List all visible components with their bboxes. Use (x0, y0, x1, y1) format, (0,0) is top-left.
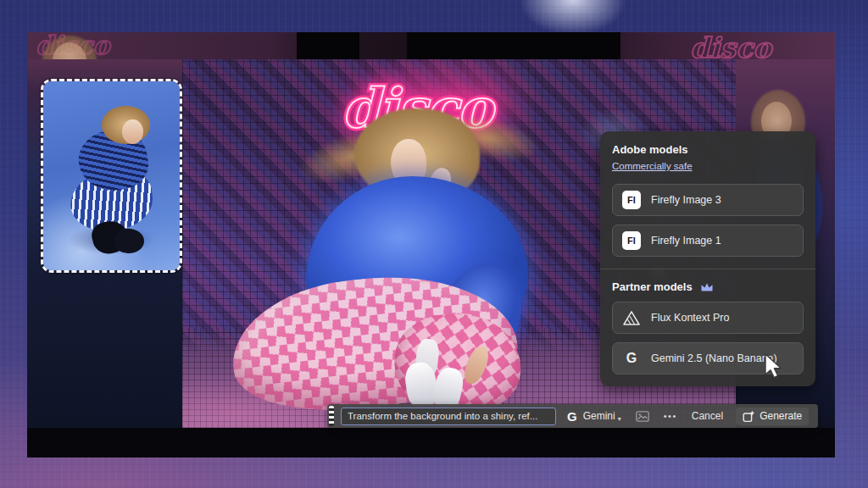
partner-models-heading: Partner models (612, 280, 693, 293)
generate-label: Generate (760, 410, 802, 422)
cancel-button[interactable]: Cancel (692, 410, 723, 422)
divider (600, 269, 815, 269)
selection-ants-edge (329, 406, 334, 426)
canvas-bottom-bar (27, 428, 835, 458)
model-option-firefly-image-3[interactable]: Fl Firefly Image 3 (612, 184, 804, 216)
image-icon (636, 411, 649, 422)
strip-black-block (407, 32, 620, 59)
commercially-safe-link[interactable]: Commercially safe (612, 161, 693, 171)
figure-face (122, 119, 142, 144)
google-g-icon: G (622, 351, 641, 366)
model-selector-label: Gemini (583, 410, 615, 422)
selection-region[interactable] (41, 79, 182, 273)
reference-photo (43, 81, 180, 270)
firefly-icon: Fl (622, 191, 641, 209)
google-g-icon: G (567, 409, 577, 424)
tiled-top-strip: disco disco (27, 32, 835, 59)
model-option-flux-kontext-pro[interactable]: Flux Kontext Pro (612, 302, 804, 334)
flux-icon (622, 310, 641, 326)
model-selector-button[interactable]: G Gemini ▾ (567, 409, 621, 424)
firefly-icon: Fl (622, 231, 641, 250)
app-stage: disco disco disco disco (0, 0, 868, 488)
mouse-cursor (764, 353, 789, 380)
model-option-label: Firefly Image 3 (651, 194, 721, 206)
generate-sparkle-icon (743, 410, 755, 423)
prompt-input[interactable] (341, 408, 556, 425)
generate-button[interactable]: Generate (736, 408, 809, 425)
model-option-label: Flux Kontext Pro (651, 312, 729, 324)
strip-black-block (297, 32, 359, 59)
generative-prompt-bar: G Gemini ▾ ••• Cancel Generate (327, 404, 818, 428)
model-option-label: Firefly Image 1 (651, 235, 721, 247)
reference-image-button[interactable] (636, 411, 649, 422)
more-options-button[interactable]: ••• (664, 411, 677, 421)
model-picker-panel: Adobe models Commercially safe Fl Firefl… (600, 131, 815, 386)
adobe-models-heading: Adobe models (612, 143, 804, 156)
model-option-label: Gemini 2.5 (Nano Banana) (651, 352, 777, 364)
premium-crown-icon (700, 281, 714, 292)
chevron-down-icon: ▾ (618, 415, 621, 423)
model-option-firefly-image-1[interactable]: Fl Firefly Image 1 (612, 225, 804, 257)
